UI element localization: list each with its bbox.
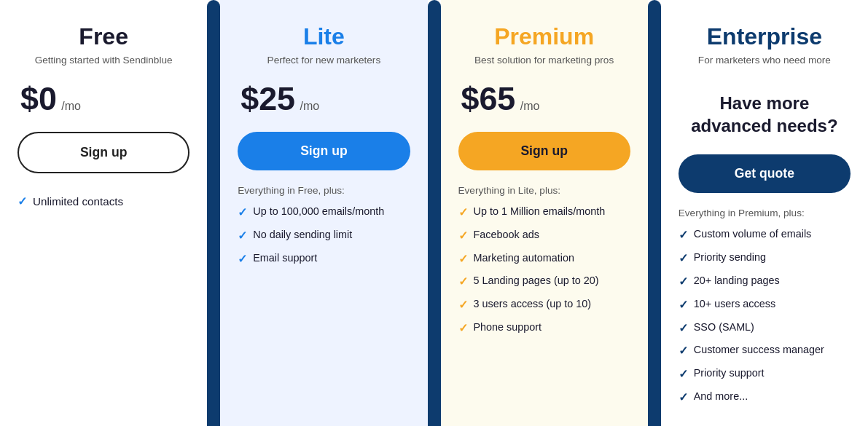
check-icon: ✓ — [679, 344, 688, 359]
check-icon: ✓ — [458, 205, 468, 221]
price-lite: $25 /mo — [238, 80, 410, 117]
check-icon: ✓ — [679, 390, 688, 406]
price-amount-premium: $65 — [461, 80, 516, 117]
check-icon: ✓ — [679, 321, 688, 336]
check-icon: ✓ — [458, 275, 468, 290]
plan-subtitle-enterprise: For marketers who need more — [679, 55, 851, 66]
check-icon: ✓ — [679, 275, 688, 290]
price-amount-free: $0 — [20, 80, 57, 117]
plan-name-free: Free — [17, 23, 189, 50]
plan-subtitle-premium: Best solution for marketing pros — [458, 55, 630, 66]
price-period-lite: /mo — [300, 100, 319, 112]
check-icon: ✓ — [238, 252, 247, 267]
lite-feature-list: ✓Up to 100,000 emails/month ✓No daily se… — [238, 205, 410, 274]
enterprise-feature-list: ✓Custom volume of emails ✓Priority sendi… — [679, 227, 851, 412]
check-icon-free: ✓ — [17, 194, 27, 208]
get-quote-button[interactable]: Get quote — [679, 154, 851, 193]
plan-enterprise: Enterprise For marketers who need more H… — [661, 0, 868, 426]
list-item: ✓10+ users access — [679, 297, 851, 313]
plan-name-lite: Lite — [238, 23, 410, 50]
list-item: ✓Up to 1 Million emails/month — [458, 205, 630, 221]
separator-3 — [648, 0, 661, 426]
separator-2 — [428, 0, 441, 426]
plan-lite: Lite Perfect for new marketers $25 /mo S… — [220, 0, 427, 426]
check-icon: ✓ — [458, 229, 468, 244]
list-item: ✓Customer success manager — [679, 343, 851, 359]
price-period-premium: /mo — [520, 100, 540, 112]
price-premium: $65 /mo — [458, 80, 630, 117]
enterprise-features-intro: Everything in Premium, plus: — [679, 208, 851, 218]
price-free: $0 /mo — [17, 80, 189, 117]
check-icon: ✓ — [679, 298, 688, 313]
advanced-needs-text: Have more advanced needs? — [679, 92, 851, 137]
list-item: ✓Up to 100,000 emails/month — [238, 205, 410, 221]
list-item: ✓Phone support — [458, 320, 630, 336]
list-item: ✓5 Landing pages (up to 20) — [458, 274, 630, 290]
pricing-container: Free Getting started with Sendinblue $0 … — [0, 0, 868, 426]
plan-name-enterprise: Enterprise — [679, 23, 851, 50]
list-item: ✓Email support — [238, 251, 410, 267]
plan-premium: Premium Best solution for marketing pros… — [441, 0, 648, 426]
check-icon: ✓ — [679, 367, 688, 382]
unlimited-contacts-feature: ✓ Unlimited contacts — [17, 194, 189, 208]
list-item: ✓Custom volume of emails — [679, 227, 851, 243]
list-item: ✓Priority sending — [679, 251, 851, 267]
check-icon: ✓ — [679, 251, 688, 267]
plan-free: Free Getting started with Sendinblue $0 … — [0, 0, 207, 426]
list-item: ✓No daily sending limit — [238, 228, 410, 244]
list-item: ✓20+ landing pages — [679, 274, 851, 290]
list-item: ✓Marketing automation — [458, 251, 630, 267]
signup-button-free[interactable]: Sign up — [17, 132, 189, 173]
check-icon: ✓ — [238, 205, 247, 221]
plan-name-premium: Premium — [458, 23, 630, 50]
list-item: ✓Priority support — [679, 366, 851, 382]
list-item: ✓Facebook ads — [458, 228, 630, 244]
premium-feature-list: ✓Up to 1 Million emails/month ✓Facebook … — [458, 205, 630, 344]
list-item: ✓And more... — [679, 390, 851, 406]
plan-subtitle-free: Getting started with Sendinblue — [17, 55, 189, 66]
check-icon: ✓ — [679, 228, 688, 243]
plan-subtitle-lite: Perfect for new marketers — [238, 55, 410, 66]
check-icon: ✓ — [238, 229, 247, 244]
check-icon: ✓ — [458, 321, 468, 336]
list-item: ✓SSO (SAML) — [679, 320, 851, 336]
price-period-free: /mo — [61, 100, 81, 112]
check-icon: ✓ — [458, 252, 468, 267]
price-amount-lite: $25 — [241, 80, 295, 117]
signup-button-premium[interactable]: Sign up — [458, 132, 630, 170]
lite-features-intro: Everything in Free, plus: — [238, 185, 410, 196]
unlimited-contacts-label: Unlimited contacts — [33, 195, 123, 208]
premium-features-intro: Everything in Lite, plus: — [458, 185, 630, 196]
check-icon: ✓ — [458, 298, 468, 313]
list-item: ✓3 users access (up to 10) — [458, 297, 630, 313]
separator-1 — [207, 0, 220, 426]
signup-button-lite[interactable]: Sign up — [238, 132, 410, 170]
